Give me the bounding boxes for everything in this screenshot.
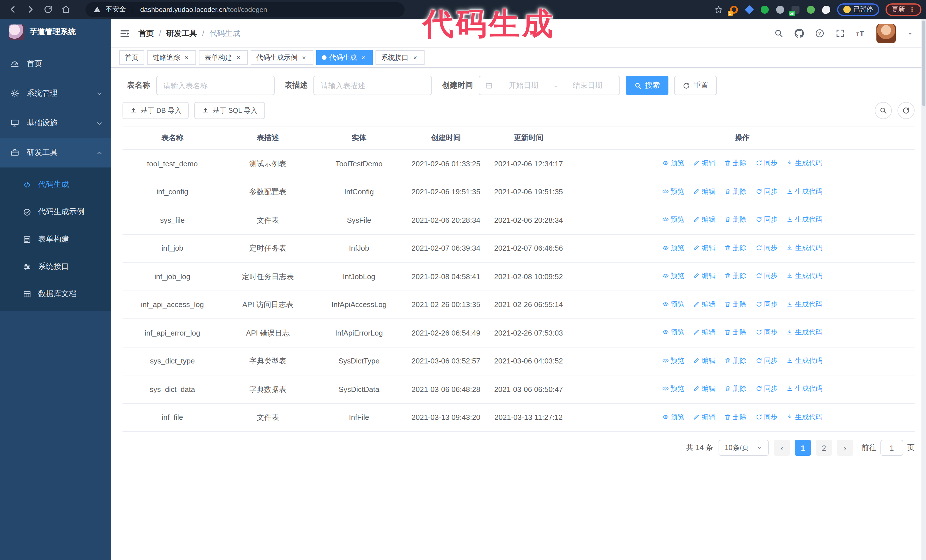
- action-link[interactable]: 删除: [724, 383, 746, 394]
- action-link[interactable]: 同步: [755, 327, 778, 337]
- search-button[interactable]: 搜索: [626, 76, 669, 95]
- browser-menu-icon[interactable]: ⋮: [909, 6, 915, 13]
- tab[interactable]: 首页: [119, 50, 144, 65]
- goto-page-input[interactable]: [881, 440, 903, 456]
- tab[interactable]: 表单构建 ×: [199, 50, 248, 65]
- sidebar-menu-item[interactable]: 研发工具: [0, 138, 111, 168]
- sidebar-menu-item[interactable]: 基础设施: [0, 108, 111, 138]
- tab[interactable]: 代码生成示例 ×: [251, 50, 313, 65]
- action-link[interactable]: 同步: [755, 383, 778, 394]
- action-link[interactable]: 同步: [755, 242, 778, 253]
- action-link[interactable]: 编辑: [693, 242, 716, 253]
- action-link[interactable]: 生成代码: [787, 299, 823, 309]
- action-link[interactable]: 预览: [662, 327, 684, 337]
- extension-icon[interactable]: [775, 5, 784, 14]
- reload-icon[interactable]: [43, 5, 53, 14]
- page-number-button[interactable]: 1: [795, 440, 811, 456]
- app-logo[interactable]: 芋道管理系统: [0, 20, 111, 44]
- page-number-button[interactable]: 2: [816, 440, 832, 456]
- breadcrumb-item[interactable]: 研发工具: [166, 28, 197, 38]
- action-link[interactable]: 编辑: [693, 186, 716, 196]
- action-link[interactable]: 删除: [724, 270, 746, 281]
- close-icon[interactable]: ×: [360, 54, 367, 61]
- action-link[interactable]: 生成代码: [787, 186, 823, 196]
- action-link[interactable]: 同步: [755, 214, 778, 225]
- action-link[interactable]: 同步: [755, 299, 778, 309]
- import-sql-button[interactable]: 基于 SQL 导入: [195, 102, 265, 119]
- import-db-button[interactable]: 基于 DB 导入: [123, 102, 189, 119]
- search-icon[interactable]: [774, 29, 784, 38]
- action-link[interactable]: 生成代码: [787, 270, 823, 281]
- action-link[interactable]: 生成代码: [787, 327, 823, 337]
- bookmark-star-icon[interactable]: [714, 5, 723, 14]
- sidebar-submenu-item[interactable]: 代码生成: [0, 171, 111, 198]
- address-bar[interactable]: 不安全 dashboard.yudao.iocoder.cn/tool/code…: [85, 2, 405, 17]
- scrollbar[interactable]: [921, 20, 926, 560]
- page-size-select[interactable]: 10条/页: [718, 440, 769, 456]
- action-link[interactable]: 同步: [755, 270, 778, 281]
- action-link[interactable]: 同步: [755, 412, 778, 422]
- tab[interactable]: 代码生成 ×: [316, 50, 373, 65]
- extension-icon[interactable]: [822, 5, 831, 14]
- toggle-search-button[interactable]: [875, 102, 892, 119]
- close-icon[interactable]: ×: [412, 54, 419, 61]
- sidebar-submenu-item[interactable]: 数据库文档: [0, 280, 111, 308]
- action-link[interactable]: 预览: [662, 383, 684, 394]
- close-icon[interactable]: ×: [183, 54, 190, 61]
- extension-icon[interactable]: [744, 5, 754, 14]
- table-name-input[interactable]: [156, 76, 274, 95]
- action-link[interactable]: 生成代码: [787, 412, 823, 422]
- action-link[interactable]: 删除: [724, 214, 746, 225]
- action-link[interactable]: 删除: [724, 242, 746, 253]
- font-size-icon[interactable]: TT: [856, 29, 865, 38]
- help-icon[interactable]: ?: [815, 29, 825, 38]
- action-link[interactable]: 生成代码: [787, 383, 823, 394]
- action-link[interactable]: 删除: [724, 186, 746, 196]
- action-link[interactable]: 生成代码: [787, 158, 823, 168]
- sidebar-menu-item[interactable]: 系统管理: [0, 78, 111, 108]
- action-link[interactable]: 预览: [662, 242, 684, 253]
- hamburger-icon[interactable]: [119, 28, 130, 39]
- refresh-button[interactable]: [897, 102, 915, 119]
- extension-icon[interactable]: 1: [729, 5, 738, 14]
- forward-icon[interactable]: [26, 5, 35, 14]
- action-link[interactable]: 删除: [724, 412, 746, 422]
- action-link[interactable]: 编辑: [693, 327, 716, 337]
- breadcrumb-item[interactable]: 代码生成: [209, 28, 240, 38]
- action-link[interactable]: 预览: [662, 412, 684, 422]
- github-icon[interactable]: [794, 29, 804, 38]
- chevron-down-icon[interactable]: [906, 30, 914, 37]
- action-link[interactable]: 预览: [662, 214, 684, 225]
- action-link[interactable]: 编辑: [693, 214, 716, 225]
- action-link[interactable]: 删除: [724, 299, 746, 309]
- action-link[interactable]: 删除: [724, 355, 746, 365]
- action-link[interactable]: 编辑: [693, 412, 716, 422]
- tab[interactable]: 链路追踪 ×: [147, 50, 196, 65]
- action-link[interactable]: 编辑: [693, 299, 716, 309]
- sidebar-submenu-item[interactable]: 系统接口: [0, 253, 111, 280]
- table-desc-input[interactable]: [313, 76, 432, 95]
- action-link[interactable]: 编辑: [693, 355, 716, 365]
- reset-button[interactable]: 重置: [674, 76, 717, 95]
- action-link[interactable]: 预览: [662, 355, 684, 365]
- close-icon[interactable]: ×: [235, 54, 242, 61]
- extension-icon[interactable]: [806, 5, 815, 14]
- security-label[interactable]: 不安全: [106, 5, 126, 14]
- fullscreen-icon[interactable]: [835, 29, 845, 38]
- action-link[interactable]: 同步: [755, 355, 778, 365]
- date-range-picker[interactable]: 开始日期 - 结束日期: [479, 76, 620, 95]
- action-link[interactable]: 预览: [662, 186, 684, 196]
- paused-extension-pill[interactable]: 已暂停: [837, 3, 879, 16]
- close-icon[interactable]: ×: [300, 54, 308, 61]
- action-link[interactable]: 生成代码: [787, 242, 823, 253]
- tab[interactable]: 系统接口 ×: [375, 50, 425, 65]
- action-link[interactable]: 编辑: [693, 383, 716, 394]
- browser-update-button[interactable]: 更新 ⋮: [885, 3, 921, 16]
- action-link[interactable]: 预览: [662, 158, 684, 168]
- breadcrumb-item[interactable]: 首页: [138, 28, 154, 38]
- action-link[interactable]: 同步: [755, 186, 778, 196]
- action-link[interactable]: 同步: [755, 158, 778, 168]
- action-link[interactable]: 预览: [662, 270, 684, 281]
- action-link[interactable]: 删除: [724, 158, 746, 168]
- sidebar-menu-item[interactable]: 首页: [0, 49, 111, 78]
